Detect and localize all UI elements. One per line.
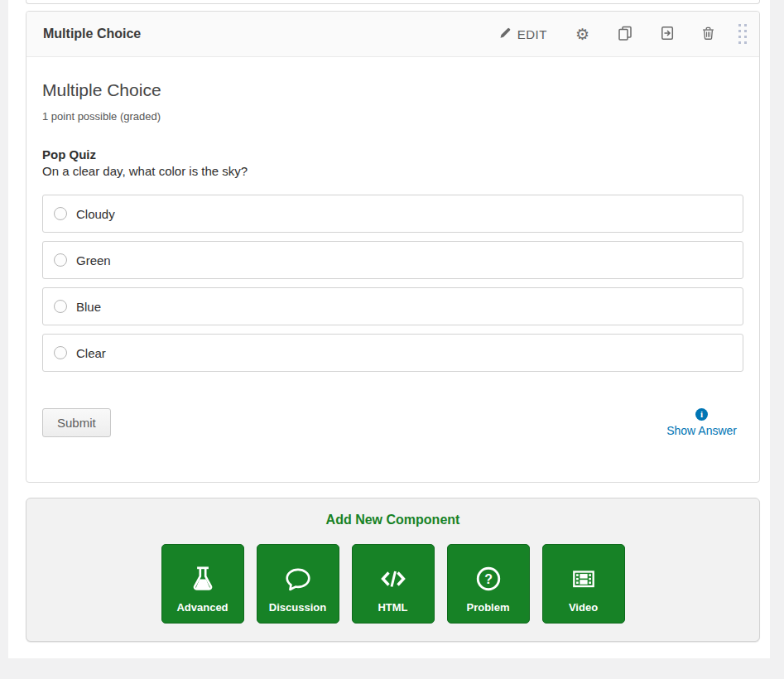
- component-actions: EDIT ⚙: [474, 22, 749, 46]
- duplicate-button[interactable]: [614, 22, 636, 46]
- pencil-icon: [499, 26, 512, 41]
- multiple-choice-component-card: Multiple Choice EDIT ⚙: [26, 11, 760, 483]
- edit-button[interactable]: EDIT: [496, 23, 551, 45]
- choice-label: Green: [76, 253, 111, 267]
- show-answer-link[interactable]: Show Answer: [666, 424, 737, 437]
- code-icon: [378, 556, 409, 601]
- choice-row[interactable]: Clear: [42, 334, 743, 372]
- points-possible-text: 1 point possible (graded): [42, 110, 743, 123]
- info-icon: i: [695, 408, 708, 421]
- delete-button[interactable]: [699, 23, 718, 46]
- radio-button-icon[interactable]: [54, 253, 67, 267]
- add-new-component-title: Add New Component: [26, 498, 759, 527]
- add-video-label: Video: [569, 601, 598, 614]
- problem-action-row: Submit i Show Answer: [42, 408, 743, 437]
- add-discussion-label: Discussion: [269, 601, 326, 614]
- add-html-button[interactable]: HTML: [352, 544, 435, 624]
- choice-label: Cloudy: [76, 207, 115, 221]
- drag-handle[interactable]: [736, 22, 749, 46]
- choice-list: Cloudy Green Blue Clear: [42, 195, 743, 372]
- add-problem-button[interactable]: ? Problem: [447, 544, 530, 624]
- question-text: On a clear day, what color is the sky?: [42, 164, 743, 178]
- add-video-button[interactable]: Video: [542, 544, 625, 624]
- add-advanced-label: Advanced: [176, 601, 228, 614]
- move-icon: [661, 26, 674, 43]
- settings-button[interactable]: ⚙: [572, 24, 593, 45]
- add-discussion-button[interactable]: Discussion: [257, 544, 339, 624]
- radio-button-icon[interactable]: [54, 207, 67, 220]
- trash-icon: [702, 26, 714, 42]
- problem-body: Multiple Choice 1 point possible (graded…: [26, 80, 759, 437]
- previous-component-card-edge: [26, 0, 760, 4]
- choice-row[interactable]: Blue: [42, 287, 743, 325]
- choice-label: Clear: [76, 346, 106, 360]
- add-component-buttons: Advanced Discussion HT: [26, 544, 759, 624]
- choice-row[interactable]: Green: [42, 241, 743, 279]
- move-button[interactable]: [657, 22, 677, 46]
- submit-button[interactable]: Submit: [42, 408, 111, 437]
- problem-heading: Multiple Choice: [42, 80, 743, 100]
- content-pane: Multiple Choice EDIT ⚙: [8, 0, 770, 658]
- show-answer-block: i Show Answer: [666, 408, 737, 437]
- svg-text:?: ?: [484, 572, 493, 586]
- add-problem-label: Problem: [466, 601, 509, 614]
- component-title: Multiple Choice: [43, 26, 141, 41]
- choice-row[interactable]: Cloudy: [42, 195, 743, 233]
- radio-button-icon[interactable]: [54, 300, 67, 313]
- add-advanced-button[interactable]: Advanced: [161, 544, 244, 624]
- duplicate-icon: [618, 26, 632, 43]
- choice-label: Blue: [76, 300, 101, 314]
- add-new-component-panel: Add New Component Advanced: [26, 498, 760, 642]
- gear-icon: ⚙: [575, 27, 589, 41]
- film-icon: [570, 556, 598, 601]
- question-title: Pop Quiz: [42, 147, 743, 161]
- speech-bubble-icon: [284, 556, 312, 601]
- question-circle-icon: ?: [474, 556, 503, 601]
- add-html-label: HTML: [378, 601, 407, 614]
- radio-button-icon[interactable]: [54, 346, 67, 359]
- flask-icon: [189, 556, 217, 601]
- edit-button-label: EDIT: [517, 27, 547, 41]
- component-card-header: Multiple Choice EDIT ⚙: [26, 12, 759, 57]
